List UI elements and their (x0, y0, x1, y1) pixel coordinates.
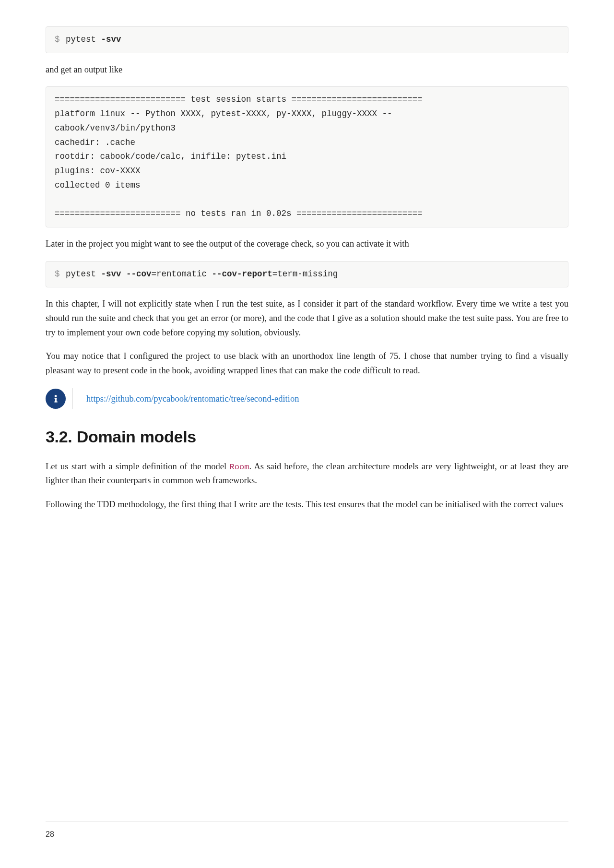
info-glyph-icon (50, 393, 61, 404)
code-cmd: pytest (61, 35, 101, 44)
code-block-pytest-svv: $ pytest -svv (46, 26, 568, 53)
code-cmd: pytest (61, 269, 101, 279)
page-number: 28 (46, 830, 54, 838)
paragraph: Following the TDD methodology, the first… (46, 498, 568, 512)
section-heading: 3.2. Domain models (46, 424, 568, 450)
svg-point-0 (55, 395, 57, 398)
code-flag: --cov (126, 269, 152, 279)
info-icon (46, 389, 66, 409)
shell-prompt: $ (55, 35, 60, 44)
info-link[interactable]: https://github.com/pycabook/rentomatic/t… (86, 392, 299, 406)
code-flag: -svv (101, 269, 121, 279)
code-block-pytest-cov: $ pytest -svv --cov=rentomatic --cov-rep… (46, 261, 568, 288)
paragraph: and get an output like (46, 63, 568, 77)
code-flag: --cov-report (212, 269, 272, 279)
page-footer: 28 (46, 821, 568, 842)
info-admonition: https://github.com/pycabook/rentomatic/t… (46, 388, 568, 409)
info-icon-container (46, 389, 72, 409)
shell-prompt: $ (55, 269, 60, 279)
code-flag: -svv (101, 35, 121, 44)
info-divider (72, 388, 73, 409)
inline-code-room: Room (230, 463, 249, 472)
paragraph: Let us start with a simple definition of… (46, 460, 568, 488)
paragraph: You may notice that I configured the pro… (46, 349, 568, 378)
paragraph: Later in the project you might want to s… (46, 237, 568, 251)
paragraph: In this chapter, I will not explicitly s… (46, 297, 568, 340)
code-block-test-output: ========================== test session … (46, 86, 568, 227)
svg-rect-3 (54, 402, 58, 403)
